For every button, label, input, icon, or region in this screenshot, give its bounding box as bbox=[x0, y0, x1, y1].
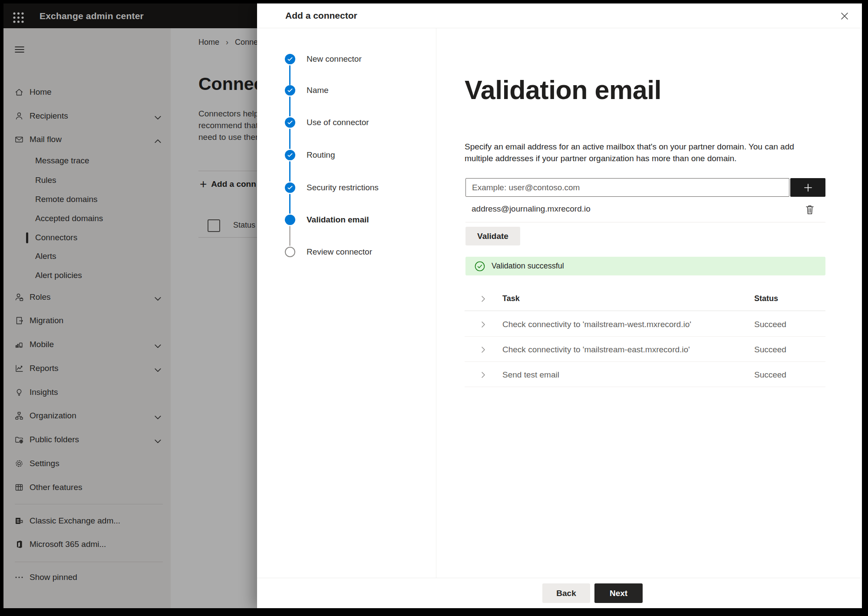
validation-success-banner: Validation successful bbox=[465, 257, 825, 275]
step-complete-icon bbox=[285, 85, 295, 96]
divider bbox=[465, 361, 825, 362]
wizard-step-new-connector[interactable]: New connector bbox=[257, 53, 431, 66]
status-cell: Succeed bbox=[754, 320, 786, 329]
step-connector-line bbox=[289, 129, 290, 149]
wizard-step-use-of-connector[interactable]: Use of connector bbox=[257, 116, 431, 129]
task-cell: Send test email bbox=[502, 370, 559, 380]
task-cell: Check connectivity to 'mailstream-west.m… bbox=[502, 320, 691, 329]
trash-icon bbox=[804, 204, 815, 216]
step-heading: Validation email bbox=[465, 75, 661, 105]
chevron-right-icon[interactable] bbox=[479, 295, 487, 303]
success-check-icon bbox=[474, 261, 485, 272]
next-button[interactable]: Next bbox=[594, 583, 643, 603]
divider bbox=[465, 222, 825, 222]
step-complete-icon bbox=[285, 182, 295, 193]
screenshot-canvas: Exchange admin center Home Recipients bbox=[0, 0, 868, 616]
task-column-header: Task bbox=[502, 294, 520, 303]
step-connector-line bbox=[289, 65, 290, 85]
chevron-right-icon[interactable] bbox=[479, 346, 487, 354]
status-cell: Succeed bbox=[754, 370, 786, 380]
back-button[interactable]: Back bbox=[542, 583, 590, 603]
wizard-step-review-connector[interactable]: Review connector bbox=[257, 245, 431, 258]
added-address-text: address@journaling.mxrecord.io bbox=[472, 204, 591, 214]
divider bbox=[465, 387, 825, 387]
chevron-right-icon[interactable] bbox=[479, 371, 487, 379]
divider bbox=[257, 28, 862, 28]
step-current-icon bbox=[285, 215, 295, 225]
step-upcoming-icon bbox=[285, 247, 295, 257]
divider bbox=[465, 311, 825, 311]
delete-address-button[interactable] bbox=[804, 204, 815, 216]
dialog-title: Add a connector bbox=[285, 3, 357, 28]
divider bbox=[465, 336, 825, 337]
task-cell: Check connectivity to 'mailstream-east.m… bbox=[502, 345, 690, 354]
step-complete-icon bbox=[285, 117, 295, 128]
divider bbox=[257, 578, 862, 578]
wizard-step-name[interactable]: Name bbox=[257, 84, 431, 97]
email-address-input[interactable] bbox=[465, 178, 789, 197]
status-cell: Succeed bbox=[754, 345, 786, 354]
plus-icon bbox=[802, 182, 814, 193]
wizard-step-routing[interactable]: Routing bbox=[257, 149, 431, 162]
step-connector-line bbox=[289, 226, 290, 246]
chevron-right-icon[interactable] bbox=[479, 321, 487, 328]
close-button[interactable] bbox=[839, 10, 850, 22]
wizard-step-validation-email[interactable]: Validation email bbox=[257, 213, 431, 226]
step-description: Specify an email address for an active m… bbox=[465, 141, 816, 164]
status-column-header: Status bbox=[754, 294, 778, 303]
close-icon bbox=[840, 11, 849, 21]
validate-button[interactable]: Validate bbox=[465, 227, 520, 245]
add-connector-dialog: Add a connector New connector Name Use o… bbox=[257, 3, 862, 608]
step-complete-icon bbox=[285, 150, 295, 160]
wizard-step-security-restrictions[interactable]: Security restrictions bbox=[257, 181, 431, 194]
step-connector-line bbox=[289, 161, 290, 182]
banner-text: Validation successful bbox=[492, 262, 564, 271]
divider bbox=[436, 28, 436, 578]
add-address-button[interactable] bbox=[790, 178, 825, 197]
step-connector-line bbox=[289, 96, 290, 116]
step-connector-line bbox=[289, 194, 290, 214]
step-complete-icon bbox=[285, 54, 295, 64]
